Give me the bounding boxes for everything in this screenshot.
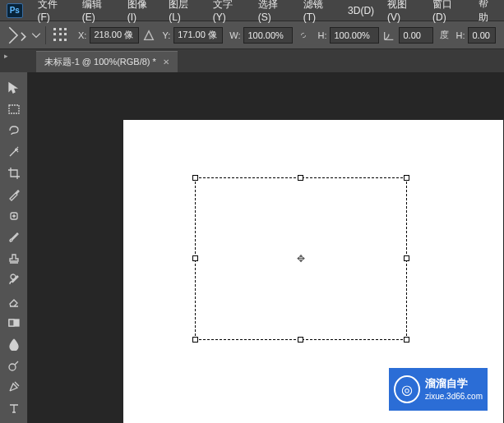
menu-view[interactable]: 视图(V) bbox=[381, 0, 426, 26]
menu-type[interactable]: 文字(Y) bbox=[206, 0, 252, 26]
anchor-grid-icon[interactable] bbox=[50, 25, 72, 45]
menu-layer[interactable]: 图层(L) bbox=[162, 0, 206, 26]
toolbox bbox=[0, 72, 28, 423]
angle-input[interactable] bbox=[399, 27, 433, 44]
tool-preset-icon[interactable] bbox=[7, 25, 28, 45]
watermark-line1: 溜溜自学 bbox=[425, 376, 483, 391]
watermark-line2: zixue.3d66.com bbox=[425, 391, 483, 402]
menu-3d[interactable]: 3D(D) bbox=[341, 2, 381, 20]
stamp-tool-icon[interactable] bbox=[2, 248, 26, 269]
delta-icon[interactable] bbox=[142, 25, 155, 45]
menu-help[interactable]: 帮助 bbox=[472, 0, 504, 28]
crop-tool-icon[interactable] bbox=[2, 163, 26, 184]
h2-input[interactable] bbox=[468, 27, 496, 44]
history-brush-tool-icon[interactable] bbox=[2, 269, 26, 291]
x-input[interactable] bbox=[90, 27, 139, 44]
close-icon[interactable]: ✕ bbox=[163, 57, 169, 67]
watermark-logo-icon: ◎ bbox=[394, 375, 420, 403]
handle-mid-left[interactable] bbox=[192, 255, 198, 261]
handle-bottom-right[interactable] bbox=[404, 337, 409, 343]
menu-window[interactable]: 窗口(D) bbox=[426, 0, 472, 26]
h-input[interactable] bbox=[330, 27, 379, 44]
pen-tool-icon[interactable] bbox=[2, 376, 26, 398]
menu-select[interactable]: 选择(S) bbox=[252, 0, 297, 26]
wand-tool-icon[interactable] bbox=[2, 141, 26, 163]
h-label: H: bbox=[317, 30, 326, 40]
watermark-text: 溜溜自学 zixue.3d66.com bbox=[425, 376, 483, 402]
handle-mid-right[interactable] bbox=[404, 255, 409, 261]
svg-rect-0 bbox=[9, 105, 19, 113]
w-label: W: bbox=[229, 30, 240, 40]
angle-unit: 度 bbox=[440, 29, 449, 41]
document-tab-title: 未标题-1 @ 100%(RGB/8) * bbox=[44, 56, 156, 68]
dodge-tool-icon[interactable] bbox=[2, 355, 26, 376]
separator bbox=[45, 26, 46, 44]
lasso-tool-icon[interactable] bbox=[2, 120, 26, 141]
handle-top-left[interactable] bbox=[192, 175, 198, 181]
watermark: ◎ 溜溜自学 zixue.3d66.com bbox=[389, 368, 488, 411]
w-input[interactable] bbox=[243, 27, 293, 44]
link-icon[interactable] bbox=[296, 25, 311, 45]
menu-file[interactable]: 文件(F) bbox=[31, 0, 76, 26]
brush-tool-icon[interactable] bbox=[2, 227, 26, 248]
app-logo: Ps bbox=[7, 3, 23, 18]
menu-edit[interactable]: 编辑(E) bbox=[76, 0, 121, 26]
handle-top-mid[interactable] bbox=[298, 175, 303, 181]
x-label: X: bbox=[78, 30, 86, 40]
transform-center-icon[interactable]: ✥ bbox=[295, 253, 307, 264]
handle-bottom-left[interactable] bbox=[192, 337, 198, 343]
type-tool-icon[interactable] bbox=[2, 398, 26, 419]
move-tool-icon[interactable] bbox=[2, 77, 26, 99]
y-input[interactable] bbox=[173, 27, 223, 44]
menubar: Ps 文件(F) 编辑(E) 图像(I) 图层(L) 文字(Y) 选择(S) 滤… bbox=[0, 0, 504, 21]
gradient-tool-icon[interactable] bbox=[2, 312, 26, 333]
workspace: ✥ ◎ 溜溜自学 zixue.3d66.com bbox=[0, 72, 504, 423]
handle-top-right[interactable] bbox=[404, 175, 409, 181]
handle-bottom-mid[interactable] bbox=[298, 337, 303, 343]
chevron-down-icon[interactable] bbox=[31, 25, 41, 45]
svg-rect-3 bbox=[9, 320, 14, 326]
document-tabbar: 未标题-1 @ 100%(RGB/8) * ✕ bbox=[0, 49, 504, 72]
menu-filter[interactable]: 滤镜(T) bbox=[297, 0, 341, 26]
h2-label: H: bbox=[455, 30, 465, 40]
heal-tool-icon[interactable] bbox=[2, 205, 26, 227]
angle-icon[interactable] bbox=[382, 25, 395, 45]
transform-selection[interactable]: ✥ bbox=[195, 177, 407, 340]
eyedropper-tool-icon[interactable] bbox=[2, 184, 26, 205]
eraser-tool-icon[interactable] bbox=[2, 291, 26, 312]
panel-collapse-icon[interactable]: ▸ bbox=[0, 49, 12, 62]
canvas-area[interactable]: ✥ ◎ 溜溜自学 zixue.3d66.com bbox=[28, 72, 504, 423]
menu-image[interactable]: 图像(I) bbox=[121, 0, 162, 26]
document-tab[interactable]: 未标题-1 @ 100%(RGB/8) * ✕ bbox=[36, 51, 178, 72]
svg-point-4 bbox=[9, 364, 16, 370]
marquee-tool-icon[interactable] bbox=[2, 99, 26, 120]
y-label: Y: bbox=[162, 30, 170, 40]
blur-tool-icon[interactable] bbox=[2, 333, 26, 355]
